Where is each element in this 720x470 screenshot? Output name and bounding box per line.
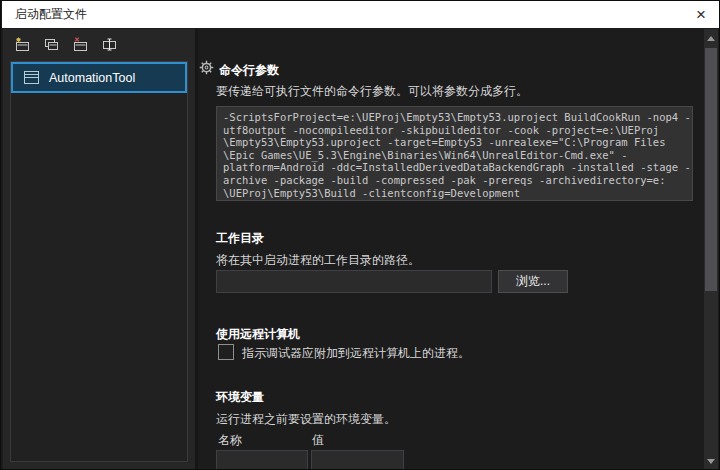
scroll-down-icon[interactable] — [704, 454, 718, 468]
env-name-column-header: 名称 — [218, 432, 242, 449]
env-value-input[interactable] — [311, 450, 404, 470]
duplicate-profile-button[interactable] — [42, 35, 60, 53]
remote-machine-checkbox[interactable] — [218, 344, 234, 360]
launch-profiles-dialog: 启动配置文件 × — [0, 0, 720, 470]
command-line-section-title: 命令行参数 — [219, 62, 279, 79]
dialog-title: 启动配置文件 — [15, 1, 87, 28]
profile-item-label: AutomationTool — [49, 71, 135, 85]
vertical-scrollbar[interactable] — [704, 29, 718, 470]
delete-profile-icon — [72, 36, 89, 53]
scrollbar-thumb[interactable] — [705, 48, 717, 291]
remote-machine-section-title: 使用远程计算机 — [216, 326, 300, 343]
rename-profile-icon — [101, 36, 118, 53]
titlebar: 启动配置文件 × — [2, 1, 719, 28]
command-line-arguments-textarea[interactable]: -ScriptsForProject=e:\UEProj\Empty53\Emp… — [216, 106, 693, 201]
env-value-column-header: 值 — [312, 432, 324, 449]
application-window-icon — [24, 71, 39, 84]
new-profile-button[interactable] — [13, 35, 31, 53]
duplicate-profile-icon — [43, 36, 60, 53]
scroll-up-icon[interactable] — [704, 31, 718, 45]
profiles-list[interactable]: AutomationTool — [10, 61, 188, 462]
panel-divider — [195, 29, 198, 469]
profile-item-automationtool[interactable]: AutomationTool — [11, 62, 187, 93]
browse-button[interactable]: 浏览... — [498, 270, 568, 293]
environment-variables-section-title: 环境变量 — [216, 389, 264, 406]
working-directory-input[interactable] — [216, 270, 492, 293]
close-icon[interactable]: × — [689, 4, 713, 26]
rename-profile-button[interactable] — [100, 35, 118, 53]
gear-icon — [199, 60, 214, 79]
command-line-description: 要传递给可执行文件的命令行参数。可以将参数分成多行。 — [216, 83, 528, 100]
profiles-toolbar — [13, 35, 118, 53]
remote-machine-checkbox-label: 指示调试器应附加到远程计算机上的进程。 — [242, 345, 470, 362]
delete-profile-button[interactable] — [71, 35, 89, 53]
env-name-input[interactable] — [216, 450, 308, 470]
profiles-panel: AutomationTool — [3, 29, 195, 469]
environment-variables-description: 运行进程之前要设置的环境变量。 — [216, 411, 396, 428]
new-profile-icon — [14, 36, 31, 53]
working-directory-description: 将在其中启动进程的工作目录的路径。 — [216, 252, 420, 269]
working-directory-section-title: 工作目录 — [216, 230, 264, 247]
